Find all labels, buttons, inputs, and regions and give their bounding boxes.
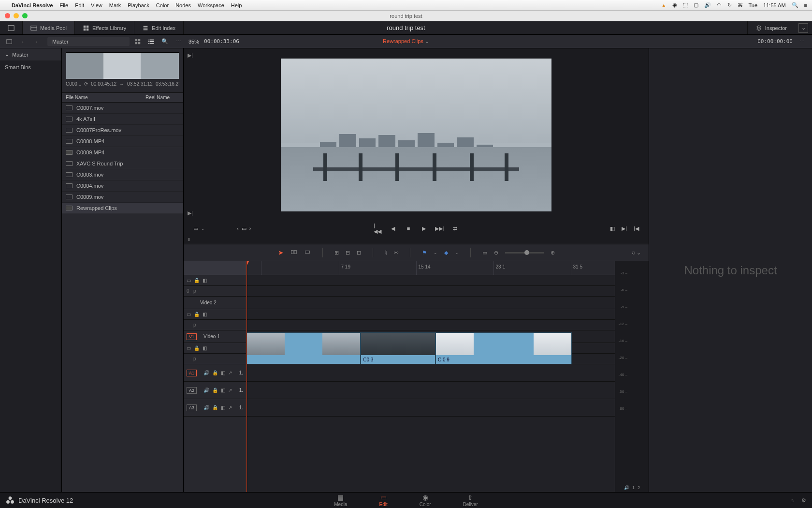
track-badge-v1[interactable]: V1 — [187, 333, 197, 340]
timeline-clip[interactable]: C 0 9 — [435, 332, 572, 364]
meter-audio-icon[interactable]: 🔊 — [624, 485, 629, 490]
menu-icon[interactable]: ≡ — [804, 2, 807, 8]
search-icon[interactable]: 🔍 — [160, 36, 170, 47]
close-window[interactable] — [5, 13, 10, 18]
page-tab-deliver[interactable]: ⇧Deliver — [459, 493, 482, 508]
trim-tool-icon[interactable] — [290, 249, 297, 256]
play-button[interactable]: ▶ — [420, 224, 428, 232]
col-reelname[interactable]: Reel Name — [145, 95, 170, 100]
master-bin[interactable]: ⌄Master — [0, 48, 61, 60]
clip-row[interactable]: XAVC S Round Trip — [62, 158, 183, 169]
settings-icon[interactable]: ⚙ — [801, 497, 806, 504]
clip-row[interactable]: C0009.MP4 — [62, 147, 183, 158]
home-icon[interactable]: ⌂ — [790, 497, 794, 504]
menu-color[interactable]: Color — [156, 2, 169, 8]
menubar-day[interactable]: Tue — [749, 2, 758, 8]
clip-row[interactable]: C0009.mov — [62, 192, 183, 203]
clip-row[interactable]: C0007ProRes.mov — [62, 125, 183, 136]
volume-icon[interactable]: 🔊 — [704, 2, 711, 8]
media-pool-toggle[interactable]: Media Pool — [23, 21, 75, 34]
clip-row[interactable]: C0007.mov — [62, 103, 183, 114]
maximize-window[interactable] — [22, 13, 28, 18]
flag-icon[interactable]: ⚑ — [422, 250, 427, 256]
timeline-clip[interactable] — [246, 332, 361, 364]
audio-options-icon[interactable]: ♫ ⌄ — [631, 250, 641, 256]
chain-icon[interactable]: ⚯ — [394, 250, 398, 256]
menu-playback[interactable]: Playback — [128, 2, 149, 8]
viewer[interactable] — [281, 59, 551, 211]
link-icon[interactable]: ⌇ — [385, 250, 387, 256]
menubar-time[interactable]: 11:55 AM — [763, 2, 785, 8]
track-label-v2[interactable]: Video 2 — [200, 300, 217, 305]
playhead[interactable] — [246, 261, 247, 492]
more-icon[interactable]: ⋯ — [173, 36, 184, 47]
track-enable-icon[interactable]: ▭ — [187, 278, 191, 283]
track-badge-a1[interactable]: A1 — [187, 370, 197, 376]
next-clip-button[interactable]: ▶▶| — [435, 224, 443, 232]
expand-inspector[interactable]: ⌄ — [798, 23, 808, 33]
clip-row[interactable]: Rewrapped Clips — [62, 203, 183, 214]
bin-view-icon[interactable] — [4, 36, 14, 47]
app-name[interactable]: DaVinci Resolve — [12, 2, 53, 8]
smart-bins[interactable]: Smart Bins — [0, 60, 61, 74]
timeline-clip[interactable]: C0 3 — [361, 332, 435, 364]
track-badge-a3[interactable]: A3 — [187, 404, 197, 411]
mute-icon[interactable]: 🔊 — [203, 370, 209, 375]
prev-clip-button[interactable]: |◀◀ — [374, 224, 381, 232]
menu-nodes[interactable]: Nodes — [175, 2, 191, 8]
overlay-icon[interactable]: ▭ — [193, 225, 198, 232]
menu-edit[interactable]: Edit — [75, 2, 84, 8]
jog-bar[interactable] — [184, 235, 649, 244]
menu-view[interactable]: View — [91, 2, 102, 8]
track-label-v1[interactable]: Video 1 — [203, 334, 220, 339]
overwrite-clip-icon[interactable]: ⊟ — [346, 250, 350, 256]
edit-index-toggle[interactable]: Edit Index — [134, 21, 184, 34]
zoom-slider[interactable] — [505, 252, 544, 254]
display-icon[interactable]: ▢ — [694, 2, 698, 8]
list-view-icon[interactable] — [146, 36, 157, 47]
menu-file[interactable]: File — [59, 2, 68, 8]
play-reverse-button[interactable]: ◀ — [389, 224, 397, 232]
auto-select-icon[interactable]: ◧ — [203, 278, 207, 283]
track-badge-a2[interactable]: A2 — [187, 387, 197, 394]
insert-clip-icon[interactable]: ⊞ — [334, 250, 339, 256]
lock-icon[interactable]: 🔒 — [194, 278, 200, 283]
nav-back[interactable]: ‹ — [17, 36, 28, 47]
dropbox-icon[interactable]: ⬚ — [683, 2, 688, 8]
clip-row[interactable]: 4k A7sII — [62, 114, 183, 125]
clip-row[interactable]: C0004.mov — [62, 180, 183, 192]
page-tab-edit[interactable]: ▭Edit — [375, 493, 391, 508]
selection-tool[interactable]: ➤ — [278, 249, 284, 256]
clip-row[interactable]: C0003.mov — [62, 169, 183, 180]
go-out-button[interactable]: |◀ — [634, 225, 639, 232]
menu-workspace[interactable]: Workspace — [198, 2, 224, 8]
jump-last-icon[interactable]: ▶| — [188, 210, 195, 218]
menu-mark[interactable]: Mark — [109, 2, 121, 8]
page-tab-color[interactable]: ◉Color — [416, 493, 435, 508]
stop-button[interactable]: ■ — [405, 224, 412, 232]
match-frame-icon[interactable]: ▭ — [242, 225, 246, 232]
zoom-out-icon[interactable]: ⊖ — [494, 250, 498, 256]
zoom-in-icon[interactable]: ⊕ — [551, 250, 555, 256]
clip-row[interactable]: C0008.MP4 — [62, 136, 183, 147]
timeline-ruler[interactable]: 7 1915 1423 131 5 — [246, 261, 615, 275]
nvidia-icon[interactable]: ◉ — [672, 2, 677, 8]
effects-library-toggle[interactable]: Effects Library — [75, 21, 134, 34]
loop-button[interactable]: ⇄ — [451, 224, 459, 232]
spotlight-icon[interactable]: 🔍 — [792, 2, 798, 8]
layout-button[interactable] — [0, 21, 23, 34]
go-in-button[interactable]: ▶| — [622, 225, 627, 232]
page-tab-media[interactable]: ▦Media — [330, 493, 351, 508]
bluetooth-icon[interactable]: ⌘ — [738, 2, 743, 8]
grid-view-icon[interactable] — [132, 36, 143, 47]
marker-icon[interactable]: ◆ — [444, 250, 448, 256]
nav-fwd[interactable]: › — [31, 36, 42, 47]
wifi-icon[interactable]: ◠ — [717, 2, 722, 8]
viewer-more-icon[interactable]: ⋯ — [797, 36, 807, 47]
timemachine-icon[interactable]: ↻ — [727, 2, 732, 8]
col-filename[interactable]: File Name — [66, 95, 145, 100]
clip-thumbnail[interactable] — [66, 52, 179, 79]
minimize-window[interactable] — [14, 13, 19, 18]
menu-help[interactable]: Help — [231, 2, 242, 8]
replace-clip-icon[interactable]: ⊡ — [357, 250, 361, 256]
